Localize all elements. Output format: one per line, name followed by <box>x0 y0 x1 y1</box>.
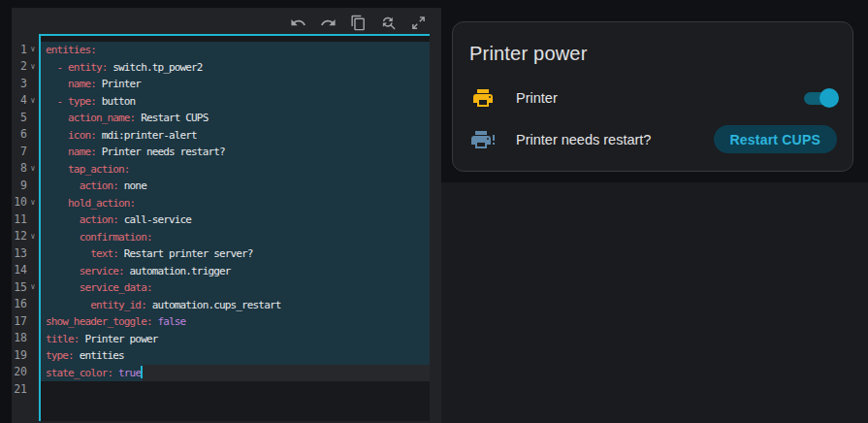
code-token: false <box>157 315 185 328</box>
code-line-18[interactable]: title: Printer power <box>41 331 430 348</box>
screen: Printer power Printer Printer needs rest… <box>0 0 868 423</box>
line-number: 19 <box>12 348 27 362</box>
code-editor[interactable]: entities: - entity: switch.tp_power2 nam… <box>39 34 430 421</box>
code-line-13[interactable]: text: Restart printer server? <box>41 245 430 263</box>
gutter-row: 12∨ <box>12 228 39 245</box>
line-number: 5 <box>12 111 27 124</box>
gutter-row: 13 <box>12 244 39 262</box>
fold-chevron-icon[interactable]: ∨ <box>27 96 39 105</box>
code-token: switch.tp_power2 <box>108 61 203 74</box>
line-number: 10 <box>12 195 27 209</box>
code-token: action_name: <box>46 112 135 124</box>
code-line-20[interactable]: state_color: true <box>41 365 430 382</box>
undo-button[interactable] <box>286 12 309 33</box>
gutter-row: 10∨ <box>12 194 39 212</box>
code-line-7[interactable]: name: Printer needs restart? <box>41 144 430 161</box>
line-number: 14 <box>12 263 27 277</box>
gutter-row: 11 <box>12 211 39 228</box>
entities-card-preview: Printer power Printer Printer needs rest… <box>452 21 853 172</box>
code-line-4[interactable]: - type: button <box>41 93 430 111</box>
code-line-6[interactable]: icon: mdi:printer-alert <box>41 127 430 145</box>
code-token: tap_action: <box>46 163 130 176</box>
fold-chevron-icon[interactable]: ∨ <box>27 232 39 241</box>
fold-chevron-icon[interactable]: ∨ <box>27 62 39 71</box>
code-line-12[interactable]: confirmation: <box>41 229 430 246</box>
fold-chevron-icon[interactable]: ∨ <box>27 282 39 291</box>
code-token: entity_id: <box>46 299 146 311</box>
entity-row-printer[interactable]: Printer <box>453 77 852 118</box>
line-number: 2 <box>12 59 27 73</box>
line-number: 11 <box>12 212 27 226</box>
code-line-14[interactable]: service: automation.trigger <box>41 263 430 280</box>
code-token: mdi:printer-alert <box>96 129 197 142</box>
line-number: 17 <box>12 314 27 328</box>
gutter-row: 2∨ <box>12 58 39 76</box>
code-line-10[interactable]: hold_action: <box>41 195 430 212</box>
code-line-11[interactable]: action: call-service <box>41 212 430 229</box>
code-token: true <box>118 367 141 379</box>
line-number: 8 <box>12 161 27 175</box>
entity-row-printer-restart[interactable]: Printer needs restart? Restart CUPS <box>453 118 852 160</box>
line-number: 15 <box>12 280 27 294</box>
gutter-row: 7 <box>12 143 39 160</box>
code-line-17[interactable]: show_header_toggle: false <box>41 313 430 331</box>
gutter-row: 6 <box>12 126 39 144</box>
gutter-row: 21 <box>12 380 39 398</box>
line-number: 18 <box>12 331 27 344</box>
gutter-row: 17 <box>12 312 39 330</box>
fold-chevron-icon[interactable]: ∨ <box>27 45 39 53</box>
code-line-5[interactable]: action_name: Restart CUPS <box>41 110 430 127</box>
entity-toggle[interactable] <box>804 91 837 105</box>
line-number: 12 <box>12 229 27 243</box>
line-number: 16 <box>12 297 27 310</box>
code-token: type: <box>46 349 74 362</box>
gutter-row: 9 <box>12 177 39 194</box>
fold-chevron-icon[interactable]: ∨ <box>27 198 39 207</box>
editor-gutter: 1∨2∨34∨5678∨910∨1112∨131415∨161718192021 <box>12 41 39 398</box>
toggle-thumb <box>820 88 839 108</box>
code-line-2[interactable]: - entity: switch.tp_power2 <box>41 59 430 77</box>
redo-button[interactable] <box>316 12 339 33</box>
code-line-8[interactable]: tap_action: <box>41 161 430 179</box>
code-token: Printer needs restart? <box>96 146 225 158</box>
arrow-expand-button[interactable] <box>406 12 430 33</box>
gutter-row: 4∨ <box>12 92 39 110</box>
code-token: none <box>118 179 146 192</box>
editor-toolbar <box>286 10 430 35</box>
code-content[interactable]: entities: - entity: switch.tp_power2 nam… <box>41 36 430 421</box>
code-line-19[interactable]: type: entities <box>41 347 430 365</box>
restart-cups-button[interactable]: Restart CUPS <box>714 125 837 153</box>
yaml-editor-panel: 1∨2∨34∨5678∨910∨1112∨131415∨161718192021… <box>12 8 441 423</box>
code-token: title: <box>46 333 80 345</box>
code-token: action: <box>46 179 118 192</box>
preview-pane-lower-background <box>441 182 868 423</box>
code-line-16[interactable]: entity_id: automation.cups_restart <box>41 297 430 314</box>
line-number: 3 <box>12 77 27 90</box>
code-line-3[interactable]: name: Printer <box>41 76 430 93</box>
arrow-expand-icon <box>410 15 427 31</box>
code-token: Printer <box>96 78 141 90</box>
code-line-9[interactable]: action: none <box>41 178 430 195</box>
code-line-1[interactable]: entities: <box>41 42 430 59</box>
content-copy-icon <box>350 15 367 31</box>
code-token: Restart CUPS <box>135 112 208 124</box>
line-number: 21 <box>12 382 27 396</box>
code-token: action: <box>46 213 118 226</box>
code-token: Restart printer server? <box>118 247 253 260</box>
gutter-row: 18 <box>12 330 39 347</box>
gutter-row: 16 <box>12 296 39 313</box>
undo-icon <box>290 15 306 31</box>
gutter-row: 8∨ <box>12 160 39 178</box>
code-token: - type: <box>46 95 96 108</box>
text-cursor <box>141 366 143 378</box>
gutter-row: 15∨ <box>12 278 39 296</box>
code-line-21[interactable] <box>41 381 430 399</box>
code-line-15[interactable]: service_data: <box>41 279 430 297</box>
find-replace-button[interactable] <box>376 12 400 33</box>
line-number: 9 <box>12 179 27 192</box>
selected-text: state_color: true <box>41 365 143 382</box>
printer-alert-icon <box>471 128 495 151</box>
content-copy-button[interactable] <box>346 12 370 33</box>
fold-chevron-icon[interactable]: ∨ <box>27 164 39 173</box>
code-token: service_data: <box>46 281 152 294</box>
